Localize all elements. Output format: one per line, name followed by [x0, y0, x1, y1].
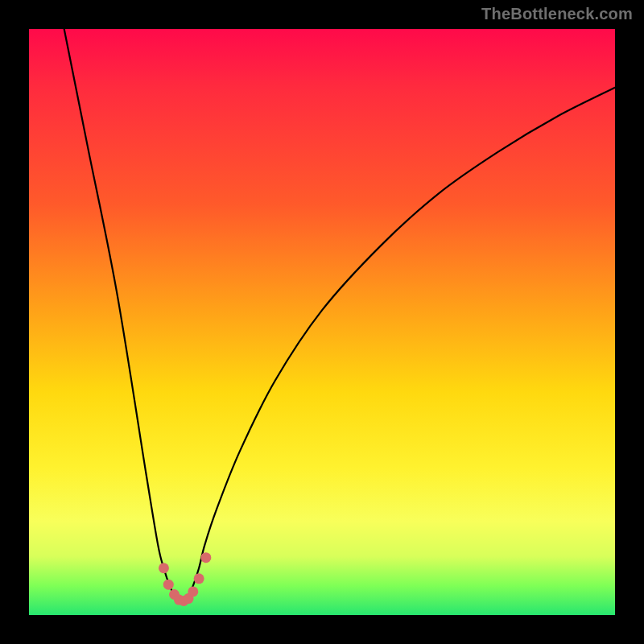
trough-dot — [188, 586, 198, 597]
bottleneck-curve-svg — [29, 29, 615, 615]
trough-dot — [200, 552, 211, 563]
trough-dot — [163, 580, 174, 590]
chart-plot-area — [29, 29, 615, 615]
trough-dot — [194, 573, 204, 584]
watermark-text: TheBottleneck.com — [481, 5, 633, 23]
bottleneck-curve-line — [64, 29, 615, 603]
chart-frame: TheBottleneck.com — [0, 0, 644, 644]
trough-dot — [159, 563, 169, 573]
